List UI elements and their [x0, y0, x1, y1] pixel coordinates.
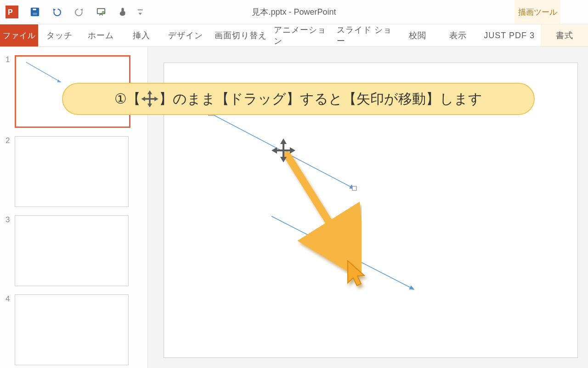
- tab-animations[interactable]: アニメーション: [272, 24, 335, 46]
- svg-marker-9: [57, 80, 61, 82]
- undo-icon[interactable]: [46, 1, 68, 23]
- ribbon-tabs: ファイル タッチ ホーム 挿入 デザイン 画面切り替え アニメーション スライド…: [0, 24, 588, 47]
- tab-home[interactable]: ホーム: [81, 24, 121, 46]
- tab-justpdf3[interactable]: JUST PDF 3: [478, 24, 541, 46]
- powerpoint-icon: P: [6, 6, 18, 18]
- tab-touch[interactable]: タッチ: [38, 24, 81, 46]
- slide-thumbnail-4[interactable]: [15, 294, 129, 365]
- more-icon[interactable]: [134, 1, 148, 23]
- slideshow-icon[interactable]: [90, 1, 112, 23]
- touch-mode-icon[interactable]: [112, 1, 134, 23]
- save-icon[interactable]: [24, 1, 46, 23]
- mouse-pointer-icon: [348, 261, 364, 286]
- callout-text-post: 】のまま【ドラッグ】すると【矢印が移動】します: [159, 90, 482, 109]
- tab-slideshow[interactable]: スライド ショー: [335, 24, 398, 46]
- svg-rect-4: [33, 12, 38, 15]
- svg-text:P: P: [8, 8, 13, 16]
- quick-access-toolbar: P: [0, 1, 148, 23]
- tab-review[interactable]: 校閲: [398, 24, 438, 46]
- tab-format[interactable]: 書式: [541, 24, 588, 46]
- thumb-number: 3: [6, 215, 15, 224]
- svg-line-8: [26, 62, 61, 82]
- tab-design[interactable]: デザイン: [162, 24, 209, 46]
- selection-handle[interactable]: [352, 186, 356, 190]
- contextual-tab-drawing-tools[interactable]: 描画ツール: [514, 0, 560, 24]
- move-cursor-icon: [140, 89, 160, 109]
- svg-rect-7: [138, 10, 143, 11]
- thumb-number: 4: [6, 294, 15, 304]
- slide-thumbnail-3[interactable]: [15, 215, 129, 286]
- tab-view[interactable]: 表示: [438, 24, 478, 46]
- tab-file[interactable]: ファイル: [0, 24, 38, 46]
- instruction-callout: ①【 】のまま【ドラッグ】すると【矢印が移動】します: [62, 83, 535, 115]
- redo-icon[interactable]: [68, 1, 90, 23]
- arrow-shape-moved[interactable]: [271, 216, 414, 289]
- thumb-number: 1: [6, 55, 15, 64]
- thumb-number: 2: [6, 136, 15, 145]
- svg-rect-3: [33, 8, 37, 11]
- slide-thumbnail-2[interactable]: [15, 136, 129, 207]
- callout-text-pre: ①【: [114, 90, 141, 109]
- title-bar: P 見本.pptx - PowerPoint 描画ツール: [0, 0, 588, 24]
- tab-insert[interactable]: 挿入: [121, 24, 162, 46]
- tab-transitions[interactable]: 画面切り替え: [209, 24, 272, 46]
